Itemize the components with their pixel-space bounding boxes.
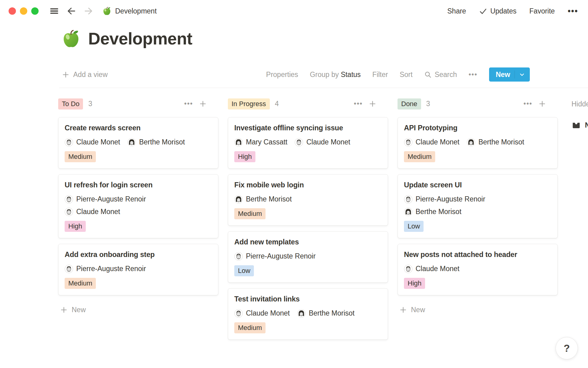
filter-button[interactable]: Filter (372, 71, 388, 79)
assignee-name: Claude Monet (76, 138, 120, 146)
page-header: Development (61, 29, 588, 48)
card[interactable]: Add extra onboarding step Pierre-Auguste… (58, 244, 218, 295)
board-column-done: Done 3 ••• API Prototyping Claude Monet … (398, 98, 558, 345)
column-add-card-button[interactable] (538, 100, 546, 108)
priority-badge: Low (404, 221, 424, 232)
column-header: In Progress 4 ••• (228, 98, 388, 109)
avatar (404, 208, 413, 216)
page-title-apple-icon[interactable] (61, 29, 81, 48)
updates-button[interactable]: Updates (479, 7, 517, 15)
new-button-label: New (496, 71, 510, 79)
avatar (65, 138, 73, 147)
breadcrumb[interactable]: Development (102, 6, 157, 16)
assignee-name: Berthe Morisot (139, 138, 185, 146)
card-title: New posts not attached to header (404, 251, 551, 259)
column-status-badge[interactable]: Done (398, 98, 421, 109)
column-status-badge[interactable]: In Progress (228, 98, 270, 109)
close-window-button[interactable] (9, 7, 16, 15)
assignee: Pierre-Auguste Renoir (234, 251, 316, 261)
assignee: Claude Monet (404, 137, 459, 147)
card[interactable]: Test invitation links Claude Monet Berth… (228, 288, 388, 340)
avatar (234, 252, 243, 261)
assignee-name: Pierre-Auguste Renoir (76, 195, 146, 203)
column-add-card-button[interactable] (369, 100, 376, 108)
card-title: Create rewards screen (65, 124, 212, 132)
add-view-label: Add a view (73, 71, 108, 79)
assignee-list: Pierre-Auguste Renoir Claude Monet (65, 194, 212, 217)
sort-button[interactable]: Sort (400, 71, 413, 79)
assignee-name: Pierre-Auguste Renoir (246, 252, 316, 260)
more-options-button[interactable]: ••• (568, 6, 578, 16)
card[interactable]: UI refresh for login screen Pierre-Augus… (58, 174, 218, 238)
assignee-list: Pierre-Auguste Renoir (234, 251, 382, 261)
hidden-column-no-status[interactable]: No Status (571, 121, 588, 130)
assignee: Claude Monet (65, 207, 120, 217)
card-title: UI refresh for login screen (65, 181, 212, 189)
assignee: Claude Monet (234, 309, 290, 318)
assignee-list: Berthe Morisot (234, 194, 382, 204)
assignee: Mary Cassatt (234, 137, 287, 147)
assignee-list: Mary Cassatt Claude Monet (234, 137, 382, 147)
help-button[interactable]: ? (556, 337, 578, 359)
card[interactable]: API Prototyping Claude Monet Berthe Mori… (398, 117, 558, 169)
card[interactable]: Update screen UI Pierre-Auguste Renoir B… (398, 174, 558, 238)
assignee-name: Mary Cassatt (246, 138, 287, 146)
view-toolbar: Add a view Properties Group by Status Fi… (62, 67, 530, 82)
column-add-card-button[interactable] (199, 100, 207, 108)
forward-arrow-icon[interactable] (83, 6, 94, 16)
chevron-down-icon[interactable] (519, 72, 525, 78)
card[interactable]: Investigate offline syncing issue Mary C… (228, 117, 388, 169)
assignee: Claude Monet (404, 264, 459, 274)
column-status-badge[interactable]: To Do (58, 98, 83, 109)
assignee: Berthe Morisot (404, 207, 462, 217)
properties-button[interactable]: Properties (266, 71, 298, 79)
assignee-list: Claude Monet Berthe Morisot (404, 137, 551, 147)
share-button[interactable]: Share (447, 7, 466, 15)
page-apple-icon (102, 6, 111, 16)
group-by-value: Status (341, 71, 361, 79)
group-by-label: Group by (310, 71, 339, 79)
card[interactable]: Create rewards screen Claude Monet Berth… (58, 117, 218, 169)
assignee-name: Pierre-Auguste Renoir (76, 265, 146, 273)
new-button[interactable]: New (489, 67, 530, 82)
column-count: 3 (88, 100, 92, 108)
kanban-board: To Do 3 ••• Create rewards screen Claude… (58, 98, 588, 345)
group-by-button[interactable]: Group by Status (310, 71, 361, 79)
card-title: Add new templates (234, 238, 382, 246)
avatar (297, 309, 306, 318)
check-icon (479, 7, 487, 15)
toolbar-more-button[interactable]: ••• (469, 71, 477, 79)
favorite-button[interactable]: Favorite (530, 7, 555, 15)
search-button[interactable]: Search (424, 71, 457, 79)
assignee-name: Berthe Morisot (246, 195, 292, 203)
card-title: Test invitation links (234, 295, 382, 303)
column-more-button[interactable]: ••• (523, 100, 532, 108)
window-controls (9, 7, 39, 15)
sidebar-menu-icon[interactable] (49, 6, 59, 16)
assignee-name: Berthe Morisot (478, 138, 524, 146)
plus-icon (62, 71, 70, 79)
card[interactable]: Fix mobile web login Berthe Morisot Medi… (228, 174, 388, 226)
help-label: ? (564, 343, 570, 354)
hidden-column-label: No Status (585, 121, 588, 129)
back-arrow-icon[interactable] (66, 6, 77, 16)
column-more-button[interactable]: ••• (184, 100, 193, 108)
add-view-button[interactable]: Add a view (62, 71, 108, 79)
new-card-button[interactable]: New (399, 306, 558, 314)
column-more-button[interactable]: ••• (354, 100, 363, 108)
new-card-button[interactable]: New (60, 306, 218, 314)
topbar-actions: Share Updates Favorite ••• (447, 6, 579, 16)
priority-badge: High (234, 151, 255, 162)
card[interactable]: Add new templates Pierre-Auguste Renoir … (228, 231, 388, 283)
card-title: Add extra onboarding step (65, 251, 212, 259)
priority-badge: Low (234, 265, 254, 276)
new-card-label: New (72, 306, 86, 314)
card[interactable]: New posts not attached to header Claude … (398, 244, 558, 295)
avatar (234, 195, 243, 204)
minimize-window-button[interactable] (20, 7, 27, 15)
assignee: Berthe Morisot (234, 194, 292, 204)
card-title: Update screen UI (404, 181, 551, 189)
avatar (234, 309, 243, 318)
priority-badge: Medium (234, 208, 266, 219)
zoom-window-button[interactable] (31, 7, 39, 15)
